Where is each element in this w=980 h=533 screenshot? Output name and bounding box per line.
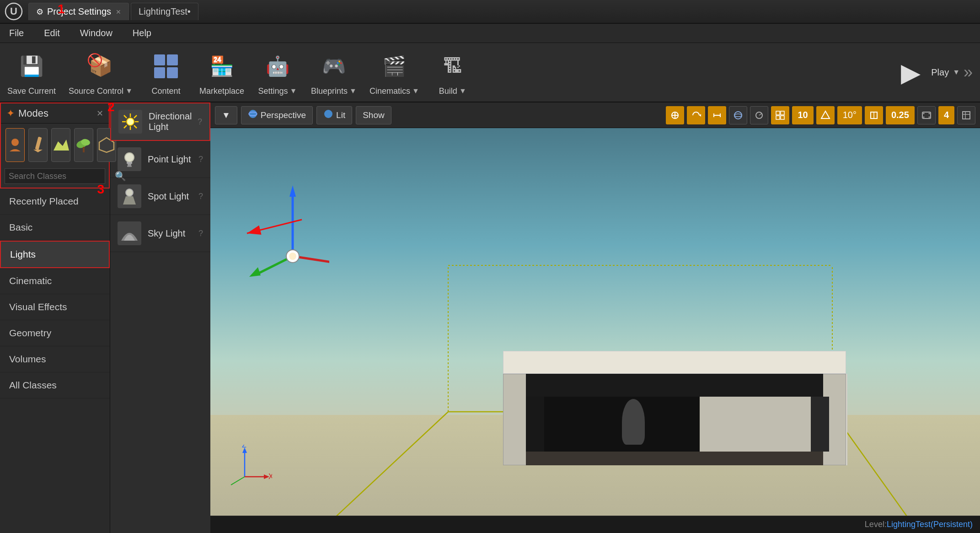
save-icon: 💾 xyxy=(14,49,49,84)
tab-project-settings[interactable]: ⚙ Project Settings ✕ xyxy=(28,3,129,20)
directional-light-help-icon[interactable]: ? xyxy=(198,117,202,127)
mode-landscape-button[interactable] xyxy=(51,128,70,162)
viewport-perspective-dropdown[interactable]: ▼ xyxy=(215,106,237,124)
svg-point-47 xyxy=(923,113,924,114)
spot-light-icon xyxy=(118,184,141,208)
building-roof xyxy=(503,351,846,374)
svg-rect-3 xyxy=(167,54,178,65)
svg-rect-2 xyxy=(154,54,165,65)
placement-point-light[interactable]: Point Light ? xyxy=(110,141,210,178)
annotation-3: 3 xyxy=(97,182,104,197)
perspective-icon xyxy=(248,109,258,121)
nav-basic[interactable]: Basic xyxy=(0,215,110,241)
marketplace-button[interactable]: 🏪 Marketplace xyxy=(199,49,244,96)
grid-size-button[interactable]: 10 xyxy=(792,106,813,124)
source-control-button[interactable]: 📦 🚫 Source Control ▼ xyxy=(69,49,133,96)
settings-dropdown-icon: ▼ xyxy=(290,87,297,95)
svg-rect-39 xyxy=(776,111,780,115)
menu-help[interactable]: Help xyxy=(129,26,155,40)
viewport-right-controls: 10 10° 0.25 xyxy=(666,106,975,124)
svg-line-18 xyxy=(134,115,137,118)
status-bar: Level: LightingTest(Persistent) xyxy=(210,516,980,533)
svg-rect-42 xyxy=(781,116,784,119)
grid-toggle-button[interactable] xyxy=(771,106,789,124)
svg-line-72 xyxy=(231,477,245,485)
svg-rect-10 xyxy=(83,147,85,152)
blueprints-icon: 🎮 xyxy=(316,49,351,84)
svg-rect-40 xyxy=(781,111,784,115)
scale-snap-icon-button[interactable] xyxy=(865,106,883,124)
point-light-help-icon[interactable]: ? xyxy=(198,155,203,164)
menu-file[interactable]: File xyxy=(5,26,27,40)
nav-volumes[interactable]: Volumes xyxy=(0,346,110,372)
nav-lights[interactable]: Lights xyxy=(0,241,110,268)
layer-count-button[interactable]: 4 xyxy=(938,106,954,124)
modes-close-button[interactable]: ✕ xyxy=(96,108,103,118)
angle-snap-button[interactable]: 10° xyxy=(837,106,862,124)
svg-marker-63 xyxy=(249,267,261,277)
play-button[interactable]: ▶ Play ▼ xyxy=(890,52,960,93)
placement-directional-light[interactable]: Directional Light ? 2 xyxy=(110,102,210,141)
settings-button[interactable]: 🤖 Settings ▼ xyxy=(257,49,298,96)
rotate-icon-button[interactable] xyxy=(687,106,705,124)
transform-gizmo xyxy=(238,156,329,293)
viewport-scene[interactable]: Z X xyxy=(210,128,980,516)
toolbar-expand-icon[interactable]: » xyxy=(964,63,973,82)
svg-point-25 xyxy=(249,110,257,118)
mode-foliage-button[interactable] xyxy=(74,128,93,162)
search-classes-input[interactable] xyxy=(9,172,115,181)
title-bar: U ⚙ Project Settings ✕ LightingTest• 1 xyxy=(0,0,980,24)
build-button[interactable]: 🏗 Build ▼ xyxy=(432,49,473,96)
translate-icon-button[interactable] xyxy=(666,106,684,124)
chevron-down-icon: ▼ xyxy=(222,110,230,120)
mode-paint-button[interactable] xyxy=(28,128,48,162)
scale-icon-button[interactable] xyxy=(708,106,726,124)
svg-rect-21 xyxy=(127,162,132,164)
spot-light-help-icon[interactable]: ? xyxy=(198,192,203,201)
svg-point-65 xyxy=(289,253,296,260)
content-button[interactable]: Content xyxy=(145,49,187,96)
viewport-show-button[interactable]: Show xyxy=(356,106,391,124)
play-dropdown-icon: ▼ xyxy=(953,68,960,76)
modes-header: ✦ Modes ✕ xyxy=(1,103,109,124)
nav-column: ✦ Modes ✕ xyxy=(0,102,110,533)
mode-placement-button[interactable] xyxy=(5,128,25,162)
annotation-2: 2 xyxy=(107,100,115,114)
svg-point-50 xyxy=(928,116,930,118)
viewport-container: ▼ Perspective Lit xyxy=(210,102,980,533)
scale-snap-value[interactable]: 0.25 xyxy=(886,106,915,124)
placement-spot-light[interactable]: Spot Light ? xyxy=(110,178,210,215)
snap-icon-button[interactable] xyxy=(816,106,835,124)
ue-logo: U xyxy=(4,1,24,22)
nav-visual-effects[interactable]: Visual Effects xyxy=(0,294,110,320)
nav-cinematic[interactable]: Cinematic xyxy=(0,268,110,294)
sky-light-help-icon[interactable]: ? xyxy=(198,229,203,238)
blueprints-button[interactable]: 🎮 Blueprints ▼ xyxy=(311,49,357,96)
viewport-lit-button[interactable]: Lit xyxy=(316,106,352,124)
corridor-figure xyxy=(622,399,645,445)
svg-point-35 xyxy=(734,112,742,119)
nav-categories: Recently Placed Basic Lights Cinematic V… xyxy=(0,188,110,533)
save-current-button[interactable]: 💾 Save Current xyxy=(7,49,56,96)
world-space-icon-button[interactable] xyxy=(729,106,747,124)
placement-sky-light[interactable]: Sky Light ? xyxy=(110,215,210,252)
coord-axes: Z X xyxy=(226,445,272,490)
close-tab-icon[interactable]: ✕ xyxy=(116,8,121,16)
svg-marker-43 xyxy=(821,111,830,118)
cinematics-button[interactable]: 🎬 Cinematics ▼ xyxy=(370,49,419,96)
viewport-perspective-button[interactable]: Perspective xyxy=(241,106,313,124)
menu-window[interactable]: Window xyxy=(76,26,116,40)
nav-geometry[interactable]: Geometry xyxy=(0,320,110,346)
source-control-dropdown-icon: ▼ xyxy=(125,87,133,95)
camera-speed-icon-button[interactable] xyxy=(750,106,768,124)
settings-icon: ⚙ xyxy=(36,7,43,17)
level-link[interactable]: LightingTest(Persistent) xyxy=(887,520,973,529)
tab-lighting-test[interactable]: LightingTest• xyxy=(131,3,198,20)
maximize-viewport-button[interactable] xyxy=(957,106,975,124)
modes-icons-row xyxy=(1,124,109,167)
camera-film-icon-button[interactable] xyxy=(917,106,936,124)
nav-all-classes[interactable]: All Classes xyxy=(0,372,110,398)
menu-edit[interactable]: Edit xyxy=(40,26,63,40)
svg-text:Z: Z xyxy=(242,445,246,449)
nav-recently-placed[interactable]: Recently Placed xyxy=(0,188,110,215)
